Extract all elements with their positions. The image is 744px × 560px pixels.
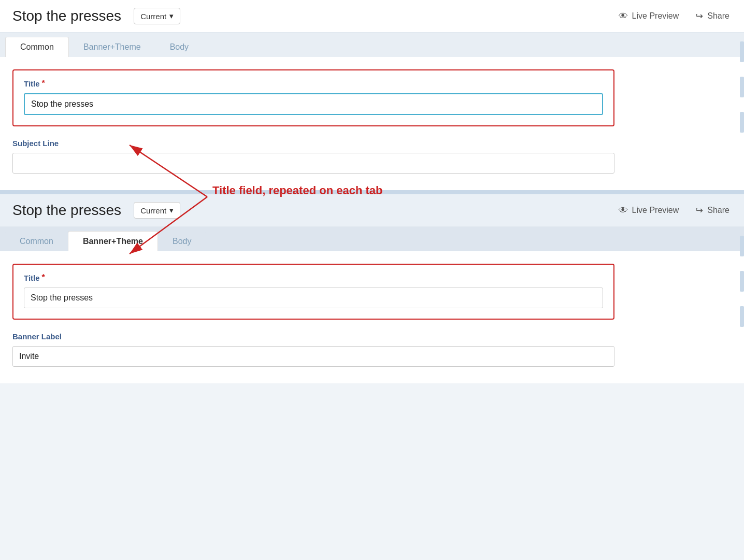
title-section-box-1: Title * [12, 69, 614, 126]
page-title-1: Stop the presses [12, 8, 121, 24]
tab-bar-1: Common Banner+Theme Body [0, 33, 744, 57]
indicator-2 [740, 77, 744, 97]
indicator-3 [740, 112, 744, 133]
panel-2: Stop the presses Current ▾ 👁 Live Previe… [0, 192, 744, 383]
version-label-2: Current [140, 206, 166, 215]
panel-2-header: Stop the presses Current ▾ 👁 Live Previe… [0, 194, 744, 227]
banner-input-2[interactable] [12, 346, 614, 367]
version-label-1: Current [140, 12, 166, 21]
indicator-6 [740, 306, 744, 327]
title-required-star-1: * [42, 79, 45, 88]
chevron-down-icon-2: ▾ [169, 206, 174, 215]
indicator-5 [740, 271, 744, 292]
banner-label-2: Banner Label [12, 332, 614, 341]
live-preview-label-1: Live Preview [632, 11, 679, 21]
tab-banner-theme-1[interactable]: Banner+Theme [69, 37, 155, 57]
tab-common-1[interactable]: Common [5, 37, 69, 57]
subject-label-1: Subject Line [12, 139, 614, 148]
title-label-1: Title * [24, 79, 603, 88]
title-input-1[interactable] [24, 93, 603, 115]
share-button-2[interactable]: ↪ Share [691, 202, 734, 219]
title-section-box-2: Title * [12, 264, 614, 320]
title-label-2: Title * [24, 273, 603, 282]
version-dropdown-1[interactable]: Current ▾ [134, 8, 180, 24]
tab-common-2[interactable]: Common [5, 231, 68, 251]
panel-1: Stop the presses Current ▾ 👁 Live Previe… [0, 0, 744, 192]
share-label-1: Share [707, 11, 729, 21]
live-preview-label-2: Live Preview [632, 206, 679, 215]
right-indicators-2 [740, 236, 744, 327]
banner-section-2: Banner Label [12, 332, 614, 367]
indicator-4 [740, 236, 744, 256]
subject-section-1: Subject Line [12, 139, 614, 174]
right-indicators-1 [740, 41, 744, 133]
tab-body-1[interactable]: Body [155, 37, 203, 57]
title-input-2[interactable] [24, 288, 603, 308]
indicator-1 [740, 41, 744, 62]
share-icon-1: ↪ [695, 10, 703, 22]
tab-banner-theme-2[interactable]: Banner+Theme [68, 231, 158, 251]
share-button-1[interactable]: ↪ Share [691, 7, 734, 25]
tab-body-2[interactable]: Body [158, 231, 206, 251]
eye-icon-2: 👁 [619, 205, 628, 216]
eye-icon-1: 👁 [619, 11, 628, 22]
tab-bar-2: Common Banner+Theme Body [0, 227, 744, 251]
version-dropdown-2[interactable]: Current ▾ [134, 202, 180, 219]
share-label-2: Share [707, 206, 729, 215]
tab-content-1: Title * Subject Line [0, 57, 627, 190]
share-icon-2: ↪ [695, 205, 703, 216]
live-preview-button-1[interactable]: 👁 Live Preview [614, 8, 683, 25]
title-required-star-2: * [42, 273, 45, 282]
live-preview-button-2[interactable]: 👁 Live Preview [614, 202, 683, 219]
subject-input-1[interactable] [12, 153, 614, 174]
tab-content-2: Title * Banner Label [0, 251, 627, 383]
panel-1-header: Stop the presses Current ▾ 👁 Live Previe… [0, 0, 744, 33]
chevron-down-icon-1: ▾ [169, 11, 174, 21]
page-title-2: Stop the presses [12, 202, 121, 219]
